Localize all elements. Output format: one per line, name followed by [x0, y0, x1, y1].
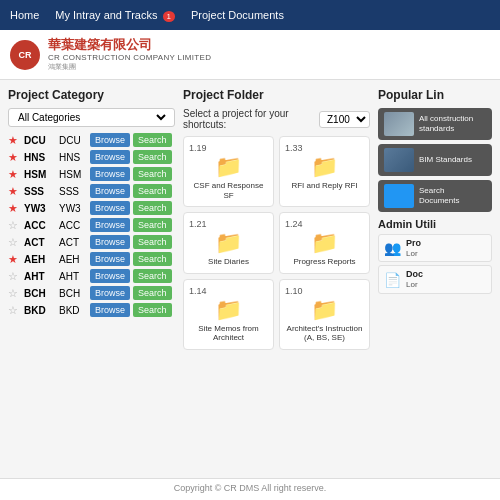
search-button[interactable]: Search	[133, 269, 172, 283]
star-icon[interactable]: ★	[8, 151, 21, 164]
search-button[interactable]: Search	[133, 235, 172, 249]
project-dropdown[interactable]: Z100	[319, 111, 370, 128]
star-icon[interactable]: ☆	[8, 236, 21, 249]
folder-label: CSF and Response SF	[189, 181, 268, 200]
admin-icon: 👥	[384, 240, 401, 256]
nav-intray[interactable]: My Intray and Tracks 1	[55, 9, 175, 21]
browse-button[interactable]: Browse	[90, 286, 130, 300]
search-button[interactable]: Search	[133, 286, 172, 300]
list-item: ★ HNS HNS Browse Search	[8, 150, 175, 164]
admin-cards: 👥 ProLor 📄 DocLor	[378, 234, 492, 294]
popular-thumb	[384, 184, 414, 208]
star-icon[interactable]: ☆	[8, 287, 21, 300]
folder-icon: 📁	[311, 156, 338, 178]
folder-num: 1.10	[285, 286, 303, 296]
browse-button[interactable]: Browse	[90, 218, 130, 232]
popular-label: Search Documents	[419, 186, 486, 205]
star-icon[interactable]: ★	[8, 185, 21, 198]
nav-docs[interactable]: Project Documents	[191, 9, 284, 21]
star-icon[interactable]: ☆	[8, 304, 21, 317]
browse-button[interactable]: Browse	[90, 235, 130, 249]
popular-link-card[interactable]: All construction standards	[378, 108, 492, 140]
star-icon[interactable]: ★	[8, 253, 21, 266]
star-icon[interactable]: ★	[8, 202, 21, 215]
popular-links-title: Popular Lin	[378, 88, 492, 102]
list-item: ☆ BKD BKD Browse Search	[8, 303, 175, 317]
cat-code: HNS	[24, 152, 56, 163]
folder-card[interactable]: 1.10 📁 Architect's Instruction (A, BS, S…	[279, 279, 370, 350]
admin-utilities-title: Admin Utili	[378, 218, 492, 230]
folder-icon: 📁	[215, 156, 242, 178]
cat-code: HSM	[24, 169, 56, 180]
admin-text: DocLor	[406, 269, 423, 289]
popular-link-card[interactable]: BIM Standards	[378, 144, 492, 176]
folder-label: Architect's Instruction (A, BS, SE)	[285, 324, 364, 343]
cat-name: BCH	[59, 288, 87, 299]
admin-icon: 📄	[384, 272, 401, 288]
folder-num: 1.14	[189, 286, 207, 296]
folder-num: 1.24	[285, 219, 303, 229]
folder-card[interactable]: 1.14 📁 Site Memos from Architect	[183, 279, 274, 350]
admin-card[interactable]: 👥 ProLor	[378, 234, 492, 262]
browse-button[interactable]: Browse	[90, 201, 130, 215]
cat-name: SSS	[59, 186, 87, 197]
search-button[interactable]: Search	[133, 252, 172, 266]
star-icon[interactable]: ☆	[8, 270, 21, 283]
folder-num: 1.33	[285, 143, 303, 153]
group-label: 鴻業集團	[48, 62, 211, 72]
project-category-panel: Project Category All Categories ★ DCU DC…	[8, 88, 183, 470]
search-button[interactable]: Search	[133, 150, 172, 164]
popular-links-list: All construction standards BIM Standards…	[378, 108, 492, 212]
browse-button[interactable]: Browse	[90, 167, 130, 181]
search-button[interactable]: Search	[133, 303, 172, 317]
list-item: ☆ ACT ACT Browse Search	[8, 235, 175, 249]
folder-card[interactable]: 1.24 📁 Progress Reports	[279, 212, 370, 274]
search-button[interactable]: Search	[133, 133, 172, 147]
search-button[interactable]: Search	[133, 167, 172, 181]
browse-button[interactable]: Browse	[90, 184, 130, 198]
header: CR 華葉建築有限公司 CR CONSTRUCTION COMPANY LIMI…	[0, 30, 500, 80]
folder-label: Site Diaries	[208, 257, 249, 267]
browse-button[interactable]: Browse	[90, 133, 130, 147]
cat-name: DCU	[59, 135, 87, 146]
folder-select-label: Select a project for your shortcuts:	[183, 108, 319, 130]
list-item: ★ YW3 YW3 Browse Search	[8, 201, 175, 215]
browse-button[interactable]: Browse	[90, 150, 130, 164]
cat-code: SSS	[24, 186, 56, 197]
cat-code: ACT	[24, 237, 56, 248]
admin-card[interactable]: 📄 DocLor	[378, 265, 492, 293]
folder-card[interactable]: 1.19 📁 CSF and Response SF	[183, 136, 274, 207]
star-icon[interactable]: ★	[8, 134, 21, 147]
browse-button[interactable]: Browse	[90, 269, 130, 283]
list-item: ★ HSM HSM Browse Search	[8, 167, 175, 181]
folder-icon: 📁	[311, 232, 338, 254]
folder-label: RFI and Reply RFI	[291, 181, 357, 191]
project-category-title: Project Category	[8, 88, 175, 102]
search-button[interactable]: Search	[133, 218, 172, 232]
cat-name: YW3	[59, 203, 87, 214]
star-icon[interactable]: ☆	[8, 219, 21, 232]
list-item: ★ DCU DCU Browse Search	[8, 133, 175, 147]
cat-code: ACC	[24, 220, 56, 231]
admin-text: ProLor	[406, 238, 421, 258]
logo-circle: CR	[10, 40, 40, 70]
browse-button[interactable]: Browse	[90, 252, 130, 266]
list-item: ☆ ACC ACC Browse Search	[8, 218, 175, 232]
nav-home[interactable]: Home	[10, 9, 39, 21]
folder-label: Site Memos from Architect	[189, 324, 268, 343]
cat-name: AHT	[59, 271, 87, 282]
cat-name: BKD	[59, 305, 87, 316]
company-name-zh: 華葉建築有限公司	[48, 37, 211, 53]
cat-name: HSM	[59, 169, 87, 180]
folder-card[interactable]: 1.21 📁 Site Diaries	[183, 212, 274, 274]
category-filter[interactable]: All Categories	[8, 108, 175, 127]
search-button[interactable]: Search	[133, 201, 172, 215]
category-select[interactable]: All Categories	[14, 111, 169, 124]
star-icon[interactable]: ★	[8, 168, 21, 181]
cat-name: HNS	[59, 152, 87, 163]
folder-card[interactable]: 1.33 📁 RFI and Reply RFI	[279, 136, 370, 207]
cat-code: AEH	[24, 254, 56, 265]
browse-button[interactable]: Browse	[90, 303, 130, 317]
search-button[interactable]: Search	[133, 184, 172, 198]
popular-link-card[interactable]: Search Documents	[378, 180, 492, 212]
